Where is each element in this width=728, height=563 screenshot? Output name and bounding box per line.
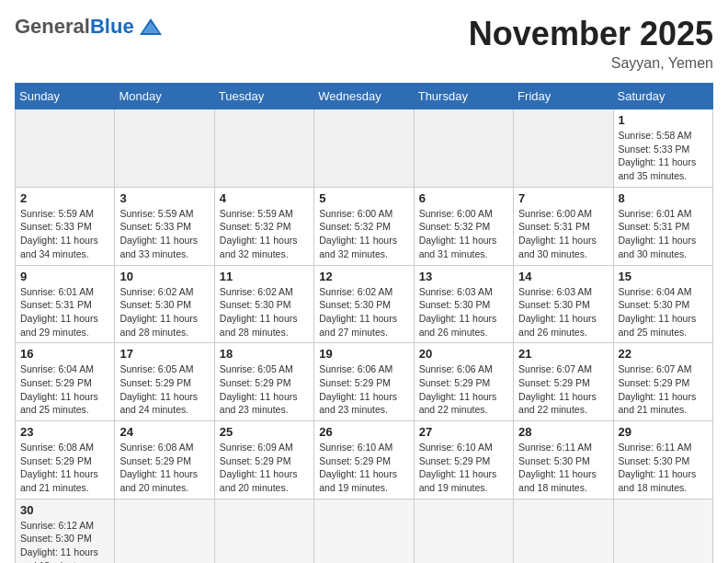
day-info: Sunrise: 6:08 AMSunset: 5:29 PMDaylight:… — [119, 441, 209, 495]
day-info: Sunrise: 6:03 AMSunset: 5:30 PMDaylight:… — [419, 285, 508, 339]
day-number: 26 — [319, 425, 408, 439]
calendar-cell: 27Sunrise: 6:10 AMSunset: 5:29 PMDayligh… — [414, 421, 513, 500]
day-number: 29 — [619, 425, 708, 439]
day-info: Sunrise: 5:59 AMSunset: 5:33 PMDaylight:… — [119, 207, 209, 261]
day-info: Sunrise: 6:10 AMSunset: 5:29 PMDaylight:… — [319, 441, 408, 495]
calendar-cell: 2Sunrise: 5:59 AMSunset: 5:33 PMDaylight… — [16, 187, 115, 265]
calendar-cell: 20Sunrise: 6:06 AMSunset: 5:29 PMDayligh… — [414, 343, 513, 421]
calendar-cell: 3Sunrise: 5:59 AMSunset: 5:33 PMDaylight… — [115, 187, 214, 265]
day-number: 21 — [518, 347, 608, 361]
day-info: Sunrise: 6:04 AMSunset: 5:30 PMDaylight:… — [619, 285, 708, 339]
calendar-cell: 29Sunrise: 6:11 AMSunset: 5:30 PMDayligh… — [613, 421, 712, 500]
day-info: Sunrise: 6:00 AMSunset: 5:32 PMDaylight:… — [419, 207, 508, 261]
day-number: 4 — [220, 191, 309, 205]
calendar-cell — [314, 109, 414, 188]
calendar-cell: 19Sunrise: 6:06 AMSunset: 5:29 PMDayligh… — [314, 343, 414, 421]
day-number: 10 — [119, 270, 209, 283]
calendar-body: 1Sunrise: 5:58 AMSunset: 5:33 PMDaylight… — [16, 109, 713, 564]
week-row: 1Sunrise: 5:58 AMSunset: 5:33 PMDaylight… — [16, 109, 713, 188]
day-number: 20 — [419, 347, 508, 361]
calendar-cell: 30Sunrise: 6:12 AMSunset: 5:30 PMDayligh… — [16, 499, 115, 563]
calendar-cell — [514, 499, 613, 563]
day-info: Sunrise: 6:02 AMSunset: 5:30 PMDaylight:… — [220, 285, 309, 339]
day-number: 23 — [20, 425, 109, 439]
day-info: Sunrise: 6:02 AMSunset: 5:30 PMDaylight:… — [319, 285, 408, 339]
day-info: Sunrise: 6:10 AMSunset: 5:29 PMDaylight:… — [419, 441, 508, 495]
day-info: Sunrise: 6:11 AMSunset: 5:30 PMDaylight:… — [518, 441, 608, 495]
day-info: Sunrise: 6:04 AMSunset: 5:29 PMDaylight:… — [20, 362, 109, 417]
calendar-cell: 1Sunrise: 5:58 AMSunset: 5:33 PMDaylight… — [613, 109, 712, 188]
calendar-cell: 8Sunrise: 6:01 AMSunset: 5:31 PMDaylight… — [613, 187, 712, 265]
calendar-cell: 28Sunrise: 6:11 AMSunset: 5:30 PMDayligh… — [514, 421, 613, 500]
weekday-header-row: SundayMondayTuesdayWednesdayThursdayFrid… — [16, 84, 713, 109]
day-number: 6 — [419, 191, 508, 205]
logo: General Blue — [15, 15, 164, 39]
day-number: 11 — [220, 270, 309, 283]
calendar-cell: 10Sunrise: 6:02 AMSunset: 5:30 PMDayligh… — [115, 265, 214, 343]
day-info: Sunrise: 5:59 AMSunset: 5:32 PMDaylight:… — [220, 207, 309, 261]
calendar-cell: 22Sunrise: 6:07 AMSunset: 5:29 PMDayligh… — [613, 343, 712, 421]
calendar-cell: 25Sunrise: 6:09 AMSunset: 5:29 PMDayligh… — [214, 421, 313, 500]
calendar-cell: 21Sunrise: 6:07 AMSunset: 5:29 PMDayligh… — [514, 343, 613, 421]
day-number: 24 — [119, 425, 209, 439]
day-info: Sunrise: 5:59 AMSunset: 5:33 PMDaylight:… — [20, 207, 109, 261]
day-number: 12 — [319, 270, 408, 283]
day-number: 8 — [619, 191, 708, 205]
day-number: 14 — [518, 270, 608, 283]
day-number: 28 — [518, 425, 608, 439]
calendar-cell: 17Sunrise: 6:05 AMSunset: 5:29 PMDayligh… — [115, 343, 214, 421]
day-info: Sunrise: 6:07 AMSunset: 5:29 PMDaylight:… — [619, 362, 708, 417]
calendar-cell: 9Sunrise: 6:01 AMSunset: 5:31 PMDaylight… — [16, 265, 115, 343]
day-number: 15 — [619, 270, 708, 283]
location: Sayyan, Yemen — [469, 55, 713, 72]
calendar-cell: 16Sunrise: 6:04 AMSunset: 5:29 PMDayligh… — [16, 343, 115, 421]
day-number: 17 — [119, 347, 209, 361]
logo-general-text: General — [15, 15, 90, 39]
calendar-cell: 23Sunrise: 6:08 AMSunset: 5:29 PMDayligh… — [16, 421, 115, 500]
calendar-cell: 11Sunrise: 6:02 AMSunset: 5:30 PMDayligh… — [214, 265, 313, 343]
calendar-cell: 12Sunrise: 6:02 AMSunset: 5:30 PMDayligh… — [314, 265, 414, 343]
day-info: Sunrise: 6:08 AMSunset: 5:29 PMDaylight:… — [20, 441, 109, 495]
week-row: 2Sunrise: 5:59 AMSunset: 5:33 PMDaylight… — [16, 187, 713, 265]
calendar-header: SundayMondayTuesdayWednesdayThursdayFrid… — [16, 84, 713, 109]
day-number: 5 — [319, 191, 408, 205]
calendar: SundayMondayTuesdayWednesdayThursdayFrid… — [15, 83, 713, 563]
day-number: 13 — [419, 270, 508, 283]
day-number: 1 — [619, 113, 708, 127]
calendar-cell: 6Sunrise: 6:00 AMSunset: 5:32 PMDaylight… — [414, 187, 513, 265]
day-number: 25 — [220, 425, 309, 439]
calendar-cell — [115, 109, 214, 188]
weekday-header: Saturday — [613, 84, 712, 109]
weekday-header: Thursday — [414, 84, 513, 109]
day-info: Sunrise: 5:58 AMSunset: 5:33 PMDaylight:… — [619, 129, 708, 183]
weekday-header: Monday — [115, 84, 214, 109]
calendar-cell: 26Sunrise: 6:10 AMSunset: 5:29 PMDayligh… — [314, 421, 414, 500]
weekday-header: Tuesday — [214, 84, 313, 109]
calendar-cell: 24Sunrise: 6:08 AMSunset: 5:29 PMDayligh… — [115, 421, 214, 500]
calendar-cell — [115, 499, 214, 563]
week-row: 16Sunrise: 6:04 AMSunset: 5:29 PMDayligh… — [16, 343, 713, 421]
calendar-cell: 15Sunrise: 6:04 AMSunset: 5:30 PMDayligh… — [613, 265, 712, 343]
day-info: Sunrise: 6:06 AMSunset: 5:29 PMDaylight:… — [319, 362, 408, 417]
calendar-cell: 7Sunrise: 6:00 AMSunset: 5:31 PMDaylight… — [514, 187, 613, 265]
calendar-cell — [214, 109, 313, 188]
calendar-cell — [214, 499, 313, 563]
calendar-cell: 13Sunrise: 6:03 AMSunset: 5:30 PMDayligh… — [414, 265, 513, 343]
logo-blue-text: Blue — [90, 15, 134, 39]
day-info: Sunrise: 6:05 AMSunset: 5:29 PMDaylight:… — [119, 362, 209, 417]
day-number: 2 — [20, 191, 109, 205]
calendar-cell: 18Sunrise: 6:05 AMSunset: 5:29 PMDayligh… — [214, 343, 313, 421]
day-number: 19 — [319, 347, 408, 361]
day-number: 7 — [518, 191, 608, 205]
weekday-header: Friday — [514, 84, 613, 109]
calendar-cell: 5Sunrise: 6:00 AMSunset: 5:32 PMDaylight… — [314, 187, 414, 265]
calendar-cell — [314, 499, 414, 563]
calendar-cell — [16, 109, 115, 188]
month-title: November 2025 — [469, 15, 713, 53]
calendar-cell: 14Sunrise: 6:03 AMSunset: 5:30 PMDayligh… — [514, 265, 613, 343]
day-info: Sunrise: 6:01 AMSunset: 5:31 PMDaylight:… — [619, 207, 708, 261]
day-info: Sunrise: 6:02 AMSunset: 5:30 PMDaylight:… — [119, 285, 209, 339]
day-number: 18 — [220, 347, 309, 361]
calendar-cell — [613, 499, 712, 563]
logo-icon — [138, 17, 164, 37]
